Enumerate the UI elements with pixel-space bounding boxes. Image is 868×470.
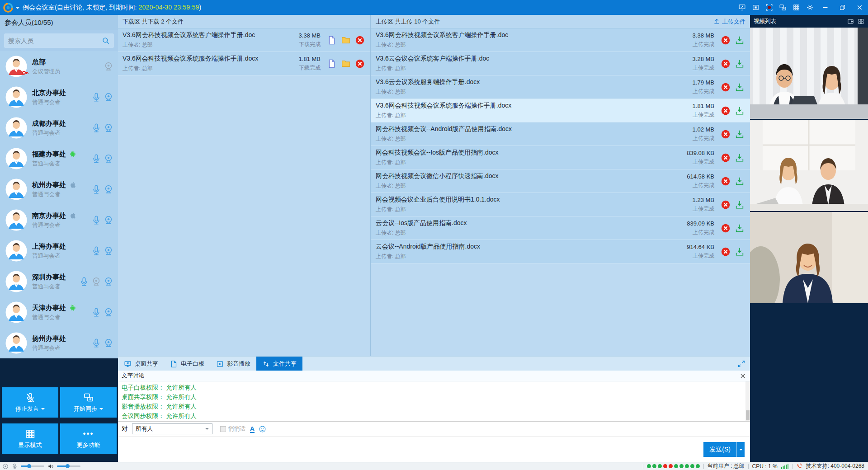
close-icon[interactable] [739,372,746,380]
mic-icon[interactable] [91,307,101,317]
camera-icon[interactable] [104,246,113,256]
mic-icon[interactable] [91,215,101,225]
mic-icon[interactable] [79,277,89,287]
mic-icon[interactable] [91,123,101,133]
delete-icon[interactable] [355,59,365,69]
search-icon[interactable] [102,37,110,45]
upload-file-row[interactable]: 网会科技视频会议--Ios版产品使用指南.docx上传者: 总部839.08 K… [371,146,750,169]
display-mode-button[interactable]: 显示模式 [2,423,58,454]
delete-icon[interactable] [721,82,731,92]
open-folder-icon[interactable] [341,35,351,45]
fullscreen-expand-icon[interactable] [737,360,745,368]
camera-icon[interactable] [104,92,113,102]
delete-icon[interactable] [721,35,731,45]
whisper-checkbox[interactable] [220,426,226,432]
video-feed-3[interactable] [750,212,868,303]
audio-monitor-icon[interactable] [2,463,9,470]
mic-icon[interactable] [91,184,101,194]
more-functions-button[interactable]: ••• 更多功能 [60,423,117,454]
download-icon[interactable] [735,59,745,69]
video-feed-1[interactable] [750,28,868,119]
chat-scrollbar[interactable] [745,381,750,421]
send-button[interactable]: 发送(S) [703,442,736,457]
upload-file-row[interactable]: 网会科技视频会议微信小程序快速指南.docx上传者: 总部614.58 KB上传… [371,169,750,193]
minimize-button[interactable] [816,0,834,15]
apps-grid-icon[interactable] [789,0,803,15]
camera-icon[interactable] [104,123,113,133]
download-icon[interactable] [735,200,745,210]
settings-gear-icon[interactable] [803,0,816,15]
send-options-dropdown[interactable] [736,442,745,457]
camera-off-icon[interactable] [91,277,101,287]
upload-file-row[interactable]: V3.6云会议系统服务端操作手册.docx上传者: 总部1.79 MB上传完成 [371,75,750,99]
participant-row[interactable]: 深圳办事处 普通与会者 [0,266,118,297]
stop-speaking-button[interactable]: 停止发言 [2,387,58,418]
upload-file-row[interactable]: 云会议--Ios版产品使用指南.docx上传者: 总部839.09 KB上传完成 [371,216,750,240]
tab-desktop-share[interactable]: 桌面共享 [118,357,164,371]
delete-icon[interactable] [721,223,731,233]
open-file-icon[interactable] [327,35,337,45]
speaker-volume-slider[interactable] [57,465,80,467]
mic-muted-icon[interactable] [12,463,18,469]
delete-icon[interactable] [721,129,731,139]
video-layout-icon[interactable] [847,18,854,25]
upload-file-row[interactable]: 网会科技视频会议--Android版产品使用指南.docx上传者: 总部1.02… [371,122,750,146]
font-style-button[interactable]: A [250,425,255,433]
participant-row[interactable]: 扬州办事处 普通与会者 [0,328,118,358]
tab-file-share[interactable]: 文件共享 [256,357,302,371]
screen-share-icon[interactable] [735,0,749,15]
open-folder-icon[interactable] [341,59,351,69]
download-icon[interactable] [735,176,745,186]
start-sync-button[interactable]: 开始同步 [60,387,117,418]
record-icon[interactable] [762,0,776,15]
mic-volume-slider[interactable] [21,465,44,467]
message-input[interactable] [118,437,750,461]
tab-whiteboard[interactable]: 电子白板 [164,357,210,371]
mic-icon[interactable] [91,92,101,102]
download-icon[interactable] [735,223,745,233]
camera-icon[interactable] [104,277,113,287]
download-icon[interactable] [735,129,745,139]
participant-row[interactable]: 杭州办事处 普通与会者 [0,174,118,205]
close-button[interactable] [851,0,868,15]
camera-icon[interactable] [104,154,113,164]
window-mode-icon[interactable] [749,0,762,15]
download-icon[interactable] [735,106,745,116]
download-icon[interactable] [735,153,745,163]
emoji-icon[interactable] [259,425,266,433]
upload-file-row[interactable]: V3.6云会议会议系统客户端操作手册.doc上传者: 总部3.28 MB上传完成 [371,52,750,75]
recipient-select[interactable]: 所有人 [132,423,212,434]
delete-icon[interactable] [721,247,731,257]
participant-row[interactable]: 成都办事处 普通与会者 [0,113,118,143]
download-icon[interactable] [735,35,745,45]
participant-row[interactable]: 总部 会议管理员 [0,51,118,82]
participant-row[interactable]: 北京办事处 普通与会者 [0,82,118,113]
open-file-icon[interactable] [327,59,337,69]
camera-icon[interactable] [104,338,113,348]
tab-media-play[interactable]: 影音播放 [210,357,256,371]
download-icon[interactable] [735,247,745,257]
camera-icon[interactable] [104,184,113,194]
participant-row[interactable]: 南京办事处 普通与会者 [0,205,118,235]
delete-icon[interactable] [721,153,731,163]
participant-row[interactable]: 福建办事处 普通与会者 [0,143,118,174]
search-box[interactable] [4,33,114,48]
delete-icon[interactable] [721,106,731,116]
upload-file-row[interactable]: V3.6网会科技视频会议系统客户端操作手册.doc上传者: 总部3.38 MB上… [371,28,750,52]
delete-icon[interactable] [721,176,731,186]
search-input[interactable] [8,37,102,44]
sync-screens-icon[interactable] [776,0,789,15]
download-file-row[interactable]: V3.6网会科技视频会议系统服务端操作手册.docx 上传者: 总部 1.81 … [118,52,370,75]
mic-icon[interactable] [91,246,101,256]
participant-row[interactable]: 上海办事处 普通与会者 [0,235,118,266]
chevron-down-icon[interactable] [15,7,20,11]
grid-view-icon[interactable] [858,18,864,25]
upload-file-row[interactable]: 网会视频会议企业后台使用说明书1.0.1.docx上传者: 总部1.23 MB上… [371,193,750,216]
download-icon[interactable] [735,82,745,92]
delete-icon[interactable] [355,35,365,45]
speaker-icon[interactable] [47,463,54,470]
camera-icon[interactable] [104,215,113,225]
camera-off-icon[interactable] [104,61,113,71]
video-feed-2[interactable] [750,120,868,211]
maximize-button[interactable] [834,0,851,15]
